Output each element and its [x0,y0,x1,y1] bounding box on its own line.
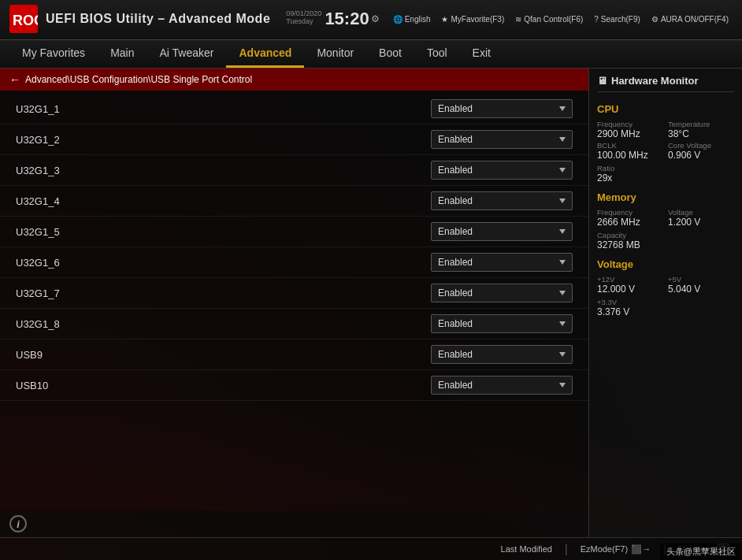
setting-row-usb9[interactable]: USB9 Enabled [0,339,588,370]
setting-control-u32g1-4[interactable]: Enabled [431,191,573,210]
memory-section-title: Memory [597,191,734,203]
dropdown-arrow-icon [559,168,566,172]
v12-item: +12V 12.000 V [597,275,663,295]
last-modified-button[interactable]: Last Modified [501,544,552,554]
nav-monitor[interactable]: Monitor [304,40,366,68]
setting-row-u32g1-3[interactable]: U32G1_3 Enabled [0,155,588,186]
setting-control-u32g1-5[interactable]: Enabled [431,222,573,241]
setting-label-u32g1-5: U32G1_5 [16,226,431,238]
mem-voltage-item: Voltage 1.200 V [668,208,734,228]
setting-label-u32g1-4: U32G1_4 [16,195,431,207]
mem-capacity-label: Capacity [597,231,734,239]
cpu-metrics: Frequency 2900 MHz Temperature 38°C BCLK… [597,120,734,161]
ez-mode-button[interactable]: EzMode(F7) ⬛→ [581,544,651,554]
settings-list: U32G1_1 Enabled U32G1_2 Enabled [0,91,588,510]
ez-mode-label: EzMode(F7) [581,544,629,554]
mem-capacity-item: Capacity 32768 MB [597,231,734,250]
cpu-bclk-value: 100.00 MHz [597,150,663,161]
setting-control-u32g1-8[interactable]: Enabled [431,314,573,333]
svg-text:ROG: ROG [13,13,38,28]
nav-tool[interactable]: Tool [414,40,460,68]
nav-my-favorites[interactable]: My Favorites [9,40,98,68]
setting-control-u32g1-7[interactable]: Enabled [431,284,573,302]
nav-boot[interactable]: Boot [366,40,414,68]
mem-frequency-value: 2666 MHz [597,217,663,228]
dropdown-usb10[interactable]: Enabled [431,376,573,395]
v5-label: +5V [668,275,734,284]
cpu-frequency-label: Frequency [597,120,663,128]
setting-row-u32g1-1[interactable]: U32G1_1 Enabled [0,94,588,124]
v33-item: +3.3V 3.376 V [597,298,734,317]
setting-control-u32g1-6[interactable]: Enabled [431,253,573,272]
settings-gear-icon[interactable]: ⚙ [371,13,380,24]
mem-frequency-item: Frequency 2666 MHz [597,208,663,228]
mem-voltage-label: Voltage [668,208,734,217]
memory-metrics: Frequency 2666 MHz Voltage 1.200 V [597,208,734,228]
main-panel: ← Advanced\USB Configuration\USB Single … [0,69,588,537]
nav-exit[interactable]: Exit [460,40,503,68]
cpu-frequency-value: 2900 MHz [597,128,663,139]
dropdown-arrow-icon [559,106,566,111]
nav-advanced[interactable]: Advanced [226,40,304,68]
dropdown-u32g1-3[interactable]: Enabled [431,161,573,180]
setting-control-u32g1-3[interactable]: Enabled [431,161,573,180]
v5-value: 5.040 V [668,284,734,295]
time-display: 15:20 [325,10,369,28]
setting-control-u32g1-1[interactable]: Enabled [431,99,573,118]
qfan-button[interactable]: ≋ Qfan Control(F6) [511,13,587,25]
dropdown-u32g1-5[interactable]: Enabled [431,222,573,241]
dropdown-u32g1-7[interactable]: Enabled [431,284,573,302]
dropdown-u32g1-6[interactable]: Enabled [431,253,573,272]
aura-button[interactable]: ⚙ AURA ON/OFF(F4) [647,13,733,25]
v33-value: 3.376 V [597,306,734,317]
setting-row-u32g1-5[interactable]: U32G1_5 Enabled [0,217,588,247]
setting-label-u32g1-6: U32G1_6 [16,257,431,269]
cpu-bclk-label: BCLK [597,141,663,150]
dropdown-arrow-icon [559,137,566,142]
dropdown-u32g1-2[interactable]: Enabled [431,130,573,149]
setting-row-usb10[interactable]: USB10 Enabled [0,370,588,401]
fan-icon: ≋ [515,15,521,24]
nav-ai-tweaker[interactable]: Ai Tweaker [147,40,226,68]
breadcrumb[interactable]: ← Advanced\USB Configuration\USB Single … [0,69,588,91]
mem-capacity-value: 32768 MB [597,239,734,250]
dropdown-u32g1-1[interactable]: Enabled [431,99,573,118]
language-button[interactable]: 🌐 English [389,13,435,25]
cpu-temperature-label: Temperature [668,120,734,128]
cpu-temperature-item: Temperature 38°C [668,120,734,139]
back-arrow-icon[interactable]: ← [9,73,20,86]
setting-row-u32g1-6[interactable]: U32G1_6 Enabled [0,247,588,278]
myfavorite-button[interactable]: ★ MyFavorite(F3) [437,13,508,25]
dropdown-arrow-icon [559,291,566,295]
setting-row-u32g1-8[interactable]: U32G1_8 Enabled [0,309,588,339]
setting-row-u32g1-4[interactable]: U32G1_4 Enabled [0,186,588,217]
cpu-core-voltage-label: Core Voltage [668,141,734,150]
setting-control-usb10[interactable]: Enabled [431,376,573,395]
last-modified-label: Last Modified [501,544,552,554]
dropdown-u32g1-8[interactable]: Enabled [431,314,573,333]
setting-label-usb9: USB9 [16,349,431,361]
ez-mode-icon: ⬛→ [631,544,651,554]
content-area: ← Advanced\USB Configuration\USB Single … [0,69,742,537]
setting-row-u32g1-2[interactable]: U32G1_2 Enabled [0,124,588,155]
header-info: 09/01/2020 Tuesday 15:20 ⚙ 🌐 English ★ M… [286,10,733,28]
setting-control-usb9[interactable]: Enabled [431,345,573,364]
aura-icon: ⚙ [651,15,659,24]
setting-label-usb10: USB10 [16,380,431,391]
cpu-ratio-item: Ratio 29x [597,164,734,184]
footer: Last Modified | EzMode(F7) ⬛→ | Hot Keys… [0,537,742,560]
cpu-section-title: CPU [597,103,734,115]
v5-item: +5V 5.040 V [668,275,734,295]
watermark: 头条@黑苹果社区 [660,543,742,560]
setting-control-u32g1-2[interactable]: Enabled [431,130,573,149]
date-time-block: 09/01/2020 Tuesday 15:20 ⚙ [286,10,379,28]
setting-label-u32g1-2: U32G1_2 [16,134,431,146]
dropdown-u32g1-4[interactable]: Enabled [431,191,573,210]
dropdown-usb9[interactable]: Enabled [431,345,573,364]
hardware-monitor-title: 🖥 Hardware Monitor [597,75,734,92]
search-button[interactable]: ? Search(F9) [590,13,644,25]
nav-main[interactable]: Main [98,40,147,68]
setting-row-u32g1-7[interactable]: U32G1_7 Enabled [0,278,588,309]
voltage-metrics: +12V 12.000 V +5V 5.040 V [597,275,734,295]
voltage-section-title: Voltage [597,258,734,270]
